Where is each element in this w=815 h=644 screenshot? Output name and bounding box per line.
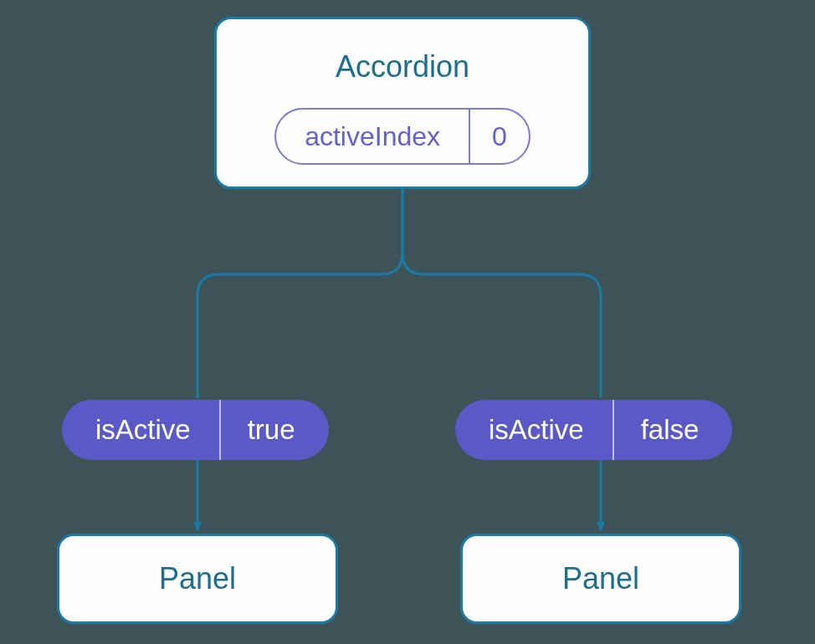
state-pill: activeIndex 0	[274, 108, 531, 165]
accordion-node: Accordion activeIndex 0	[214, 17, 591, 189]
accordion-title: Accordion	[336, 49, 469, 84]
panel-left-title: Panel	[159, 561, 236, 596]
panel-node-left: Panel	[57, 534, 338, 624]
panel-right-title: Panel	[562, 561, 639, 596]
prop-pill-left: isActive true	[62, 400, 329, 460]
panel-node-right: Panel	[460, 534, 741, 624]
prop-right-value: false	[614, 400, 733, 460]
state-value: 0	[470, 110, 529, 163]
prop-right-label: isActive	[455, 400, 614, 460]
component-tree-diagram: Accordion activeIndex 0 isActive true is…	[0, 0, 815, 644]
prop-left-label: isActive	[62, 400, 221, 460]
prop-left-value: true	[221, 400, 329, 460]
prop-pill-right: isActive false	[455, 400, 732, 460]
state-label: activeIndex	[276, 110, 470, 163]
